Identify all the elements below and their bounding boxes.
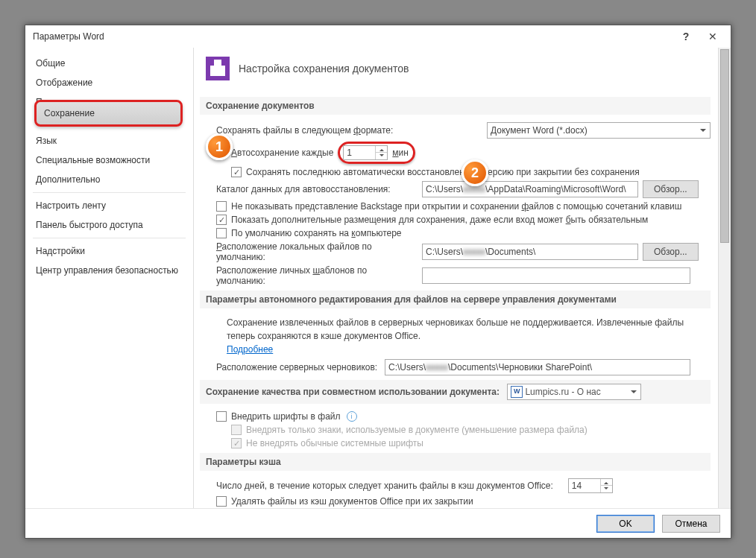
- embed-fonts-checkbox[interactable]: [216, 411, 227, 422]
- default-pc-label: По умолчанию сохранять на компьютере: [231, 228, 402, 238]
- browse-autorecover-button[interactable]: Обзор...: [643, 180, 699, 198]
- nav-accessibility[interactable]: Специальные возможности: [25, 150, 193, 170]
- template-loc-input[interactable]: [422, 267, 690, 284]
- page-header: Настройка сохранения документов: [239, 63, 409, 74]
- category-sidebar: Общие Отображение Правописание Сохранени…: [25, 48, 194, 508]
- embed-sys-checkbox: [231, 438, 242, 448]
- cache-days-label: Число дней, в течение которых следует хр…: [216, 481, 553, 491]
- autosave-unit: мин: [392, 148, 409, 158]
- scroll-thumb[interactable]: [720, 49, 729, 243]
- cache-days-spinner[interactable]: 14: [568, 478, 613, 493]
- nav-trust-center[interactable]: Центр управления безопасностью: [25, 261, 193, 280]
- no-backstage-label: Не показывать представление Backstage пр…: [231, 201, 681, 212]
- autosave-highlight: 1 мин: [338, 142, 415, 164]
- cache-delete-checkbox[interactable]: [216, 496, 227, 507]
- format-combo[interactable]: Документ Word (*.docx): [487, 122, 711, 139]
- embed-used-checkbox: [231, 425, 242, 435]
- cache-delete-label: Удалять файлы из кэш документов Office п…: [231, 496, 473, 507]
- content-pane: Настройка сохранения документов Сохранен…: [194, 48, 731, 508]
- section-cache: Параметры кэша: [200, 453, 711, 471]
- info-icon[interactable]: i: [347, 411, 357, 422]
- autorecover-path-label: Каталог данных для автовосстановления:: [216, 184, 418, 194]
- nav-save[interactable]: Сохранение: [34, 100, 183, 127]
- nav-language[interactable]: Язык: [25, 131, 193, 150]
- annotation-callout-1: 1: [206, 133, 233, 160]
- cache-spin-up[interactable]: [600, 479, 612, 486]
- local-loc-label: Расположение локальных файлов по умолчан…: [216, 241, 418, 262]
- cache-spin-down[interactable]: [600, 486, 612, 492]
- annotation-callout-2: 2: [462, 159, 488, 186]
- default-pc-checkbox[interactable]: [216, 228, 227, 238]
- local-loc-input[interactable]: C:\Users\xxxxx\Documents\: [422, 244, 638, 260]
- quality-doc-combo[interactable]: Lumpics.ru - О нас: [507, 384, 641, 400]
- template-loc-label: Расположение личных шаблонов по умолчани…: [216, 265, 418, 286]
- embed-used-label: Внедрять только знаки, используемые в до…: [246, 425, 588, 435]
- scrollbar[interactable]: [718, 48, 731, 508]
- help-button[interactable]: ?: [672, 27, 699, 46]
- keep-last-label: Сохранять последнюю автоматически восста…: [246, 167, 640, 177]
- section-quality-label: Сохранение качества при совместном испол…: [206, 387, 500, 397]
- section-offline: Параметры автономного редактирования для…: [200, 291, 711, 308]
- spin-down[interactable]: [375, 153, 387, 159]
- window-title: Параметры Word: [33, 31, 104, 42]
- autosave-label: Автосохранение каждые: [231, 148, 333, 158]
- section-quality: Сохранение качества при совместном испол…: [200, 380, 711, 404]
- browse-local-button[interactable]: Обзор...: [643, 243, 699, 261]
- offline-note: Сохранение извлеченных файлов в серверны…: [227, 317, 684, 341]
- autorecover-path-input[interactable]: C:\Users\xxxxx\AppData\Roaming\Microsoft…: [422, 181, 638, 197]
- no-backstage-checkbox[interactable]: [216, 201, 227, 212]
- embed-sys-label: Не внедрять обычные системные шрифты: [246, 438, 423, 448]
- save-icon: [206, 57, 230, 80]
- nav-customize-ribbon[interactable]: Настроить ленту: [25, 196, 193, 215]
- nav-addins[interactable]: Надстройки: [25, 241, 193, 261]
- nav-advanced[interactable]: Дополнительно: [25, 170, 193, 189]
- nav-general[interactable]: Общие: [25, 54, 193, 73]
- word-doc-icon: [511, 386, 523, 398]
- dialog-footer: OK Отмена: [25, 508, 731, 538]
- keep-last-checkbox[interactable]: [231, 167, 242, 177]
- cache-days-value: 14: [569, 481, 600, 491]
- options-dialog: Параметры Word ? ✕ Общие Отображение Пра…: [25, 25, 731, 539]
- nav-display[interactable]: Отображение: [25, 73, 193, 92]
- section-save-docs: Сохранение документов: [200, 97, 711, 115]
- embed-fonts-label: Внедрить шрифты в файл: [231, 411, 341, 422]
- spin-up[interactable]: [375, 146, 387, 153]
- autosave-value: 1: [344, 148, 375, 158]
- drafts-input[interactable]: C:\Users\xxxxx\Documents\Черновики Share…: [385, 359, 690, 375]
- format-label: Сохранять файлы в следующем формате:: [216, 125, 393, 136]
- show-additional-checkbox[interactable]: [216, 215, 227, 225]
- offline-more-link[interactable]: Подробнее: [227, 344, 273, 355]
- titlebar: Параметры Word ? ✕: [25, 25, 731, 48]
- cancel-button[interactable]: Отмена: [662, 515, 720, 533]
- close-button[interactable]: ✕: [699, 27, 726, 46]
- ok-button[interactable]: OK: [596, 515, 655, 533]
- nav-quick-access[interactable]: Панель быстрого доступа: [25, 215, 193, 235]
- autosave-interval-spinner[interactable]: 1: [343, 145, 388, 160]
- drafts-label: Расположение серверных черновиков:: [216, 362, 380, 372]
- show-additional-label: Показать дополнительные размещения для с…: [231, 215, 648, 225]
